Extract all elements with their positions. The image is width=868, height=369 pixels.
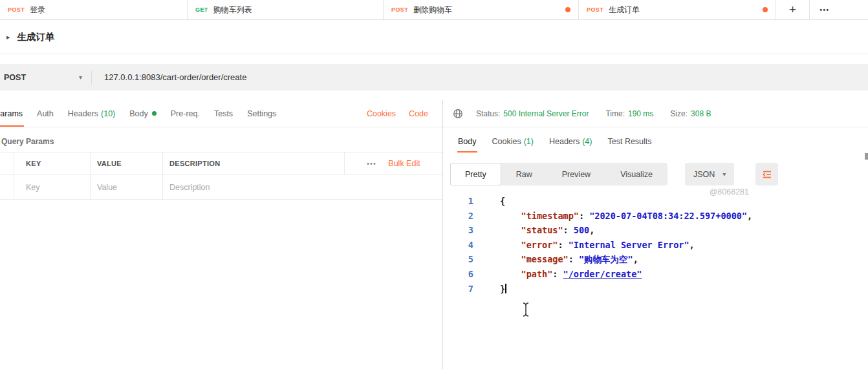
view-pretty-button[interactable]: Pretty [450,163,501,185]
code-line[interactable]: 3 "status": 500, [443,223,868,238]
response-tab-cookies-label: Cookies [492,137,521,146]
url-bar: POST ▾ 127.0.0.1:8083/cart-order/order/c… [0,64,868,90]
size-label: Size: [670,109,688,118]
url-section: POST ▾ 127.0.0.1:8083/cart-order/order/c… [0,54,868,100]
code-text: } [482,282,506,297]
tab-auth-label: Auth [37,109,54,118]
tab-params-label: Params [0,109,23,118]
request-tab-delete-cart[interactable]: POST 删除购物车 [384,0,579,19]
response-tabs: Body Cookies (1) Headers (4) Test Result… [443,127,868,156]
cookies-link[interactable]: Cookies [360,109,402,118]
table-header-row: KEY VALUE DESCRIPTION ••• Bulk Edit [0,153,442,175]
checkbox-column [0,153,14,174]
code-text: "timestamp": "2020-07-04T08:34:22.597+00… [482,209,752,224]
code-text: "status": 500, [482,223,594,238]
response-tab-test-results-label: Test Results [607,137,651,146]
tab-options-button[interactable]: ••• [810,0,840,19]
code-line[interactable]: 6 "path": "/order/create" [443,267,868,282]
tab-settings[interactable]: Settings [240,100,283,127]
time-label: Time: [605,109,625,118]
line-number: 6 [443,267,482,282]
bulk-edit-button[interactable]: Bulk Edit [388,159,420,168]
tab-headers-label: Headers [68,109,98,118]
response-headers-count: (4) [582,137,592,146]
code-line[interactable]: 4 "error": "Internal Server Error", [443,238,868,253]
method-select[interactable]: POST ▾ [0,64,91,90]
unsaved-dot [763,7,768,12]
status-value[interactable]: 500 Internal Server Error [503,109,589,118]
request-tabs: Params Auth Headers (10) Body Pre-req. T… [0,100,442,127]
response-body-editor[interactable]: 1 { 2 "timestamp": "2020-07-04T08:34:22.… [443,194,868,296]
view-preview-button[interactable]: Preview [547,163,605,185]
body-present-dot [152,111,157,116]
tab-label: 购物车列表 [213,5,252,16]
code-line[interactable]: 1 { [443,194,868,209]
line-number: 2 [443,209,482,224]
headers-count: (10) [101,109,115,118]
code-text: "path": "/order/create" [482,267,642,282]
tab-auth[interactable]: Auth [30,100,61,127]
format-select[interactable]: JSON ▾ [685,163,734,185]
new-tab-button[interactable]: + [776,0,810,19]
collapse-arrow-icon[interactable]: ▸ [6,33,10,41]
param-value-input[interactable] [97,183,159,192]
response-tab-headers-label: Headers [549,137,580,146]
code-text: "error": "Internal Server Error", [482,238,695,253]
response-tab-headers[interactable]: Headers (4) [541,127,600,156]
tab-body-label: Body [129,109,148,118]
beautify-button[interactable] [755,163,778,185]
workspace-tab-bar: POST 登录 GET 购物车列表 POST 删除购物车 POST 生成订单 +… [0,0,868,20]
col-header-key: KEY [26,160,41,167]
code-line[interactable]: 2 "timestamp": "2020-07-04T08:34:22.597+… [443,209,868,224]
code-text: { [482,194,505,209]
line-number: 3 [443,223,482,238]
view-visualize-button[interactable]: Visualize [605,163,667,185]
response-view-toolbar: Pretty Raw Preview Visualize JSON ▾ [450,163,868,185]
param-key-input[interactable] [26,183,87,192]
code-line[interactable]: 7 } [443,282,868,297]
tab-label: 删除购物车 [413,5,452,16]
method-value: POST [4,73,26,82]
chevron-down-icon: ▾ [79,74,82,81]
response-tab-test-results[interactable]: Test Results [600,127,659,156]
scrollbar-thumb[interactable] [865,153,868,160]
request-tab-login[interactable]: POST 登录 [0,0,188,19]
params-more-button[interactable]: ••• [367,160,376,167]
tab-tests[interactable]: Tests [207,100,240,127]
tab-method-badge: POST [391,6,408,13]
status-label: Status: [476,109,500,118]
size-value[interactable]: 308 B [691,109,711,118]
tab-settings-label: Settings [247,109,276,118]
text-cursor-icon [521,302,530,320]
code-line[interactable]: 5 "message": "购物车为空", [443,252,868,267]
tab-params[interactable]: Params [0,100,30,127]
json-path-link: "/order/create" [563,269,642,279]
request-title: 生成订单 [17,31,55,43]
tab-label: 生成订单 [609,5,640,16]
globe-icon [453,109,463,119]
time-value[interactable]: 190 ms [628,109,653,118]
tab-method-badge: POST [587,6,603,13]
tab-body[interactable]: Body [122,100,164,127]
col-header-value: VALUE [97,160,122,167]
tab-tests-label: Tests [214,109,233,118]
param-description-input[interactable] [169,183,429,192]
query-params-label: Query Params [0,127,442,152]
format-value: JSON [693,170,715,179]
code-link[interactable]: Code [402,109,435,118]
response-tab-body[interactable]: Body [450,127,484,156]
line-number: 1 [443,194,482,209]
view-raw-button[interactable]: Raw [501,163,547,185]
view-mode-group: Pretty Raw Preview Visualize [450,163,667,185]
request-tab-cart-list[interactable]: GET 购物车列表 [188,0,384,19]
tab-method-badge: POST [8,6,25,13]
tab-pre-request[interactable]: Pre-req. [164,100,207,127]
response-tab-cookies[interactable]: Cookies (1) [484,127,541,156]
response-tab-body-label: Body [458,137,477,146]
checkbox-column [0,175,14,199]
request-tab-create-order[interactable]: POST 生成订单 [579,0,776,19]
tab-headers[interactable]: Headers (10) [61,100,122,127]
url-input[interactable]: 127.0.0.1:8083/cart-order/order/create [104,72,246,82]
tab-prereq-label: Pre-req. [171,109,200,118]
col-header-description: DESCRIPTION [169,160,220,167]
